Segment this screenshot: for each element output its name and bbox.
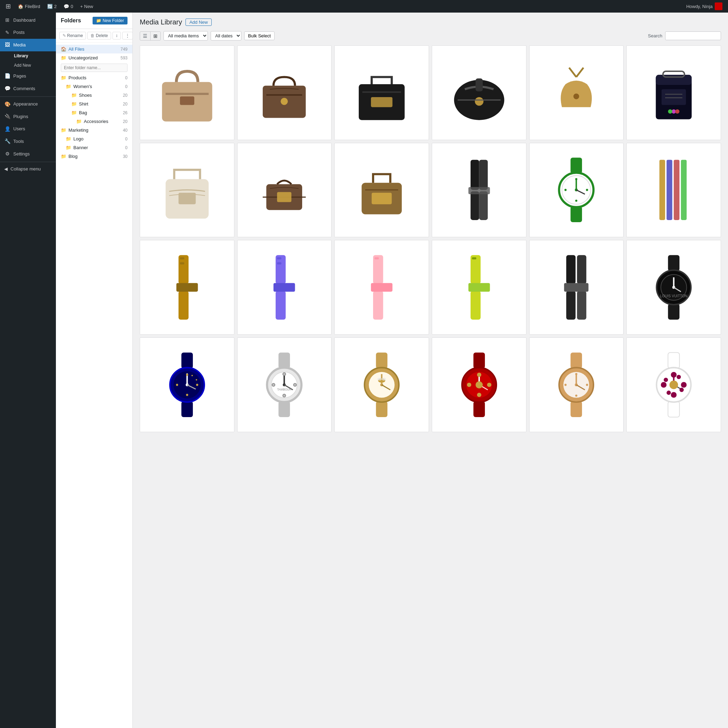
home-icon: 🏠 (18, 4, 23, 9)
sidebar: ⊞ Dashboard ✎ Posts 🖼 Media Library Add … (0, 12, 56, 728)
blog-icon: 📁 (61, 154, 66, 159)
site-name-label: FileBird (25, 4, 40, 9)
svg-point-5 (281, 98, 288, 105)
media-item-22[interactable] (432, 338, 526, 432)
strap-image-15 (346, 251, 418, 323)
media-item-21[interactable] (334, 338, 429, 432)
new-content-button[interactable]: + New (78, 0, 96, 12)
folder-item-shirt[interactable]: 📁 Shirt 20 (56, 99, 132, 108)
site-name-button[interactable]: 🏠 FileBird (15, 0, 43, 12)
rename-button[interactable]: ✎ Rename (60, 32, 86, 40)
media-item-18[interactable]: LOUIS VUITTON (626, 240, 721, 335)
sidebar-item-dashboard[interactable]: ⊞ Dashboard (0, 14, 56, 26)
media-item-12[interactable] (626, 143, 721, 237)
watch-image-21 (346, 349, 418, 421)
media-item-10[interactable] (432, 143, 526, 237)
sidebar-item-comments[interactable]: 💬 Comments (0, 83, 56, 95)
svg-rect-52 (681, 160, 687, 220)
svg-point-48 (564, 189, 567, 191)
add-new-button[interactable]: Add New (185, 18, 212, 26)
wp-logo-button[interactable]: ⊞ (3, 0, 14, 12)
new-folder-button[interactable]: 📁 New Folder (93, 17, 127, 24)
sidebar-item-settings[interactable]: ⚙ Settings (0, 148, 56, 161)
media-item-17[interactable] (529, 240, 624, 335)
media-item-4[interactable] (432, 46, 526, 140)
sidebar-item-plugins[interactable]: 🔌 Plugins (0, 110, 56, 123)
list-view-button[interactable]: ☰ (140, 32, 151, 40)
folder-name-input[interactable] (61, 64, 127, 72)
strap-image-13 (151, 251, 223, 323)
grid-view-button[interactable]: ⊞ (151, 32, 161, 40)
svg-rect-56 (180, 257, 184, 259)
sidebar-item-add-new[interactable]: Add New (10, 61, 56, 70)
svg-rect-142 (668, 352, 679, 368)
sidebar-label-users: Users (13, 126, 52, 132)
folder-item-marketing[interactable]: 📁 Marketing 40 (56, 126, 132, 135)
folder-item-uncategorized[interactable]: 📁 Uncategorized 593 (56, 54, 132, 62)
svg-rect-19 (662, 89, 686, 105)
media-item-1[interactable] (140, 46, 234, 140)
sort-button[interactable]: ↕ (113, 32, 121, 40)
tools-icon: 🔧 (4, 138, 11, 145)
media-item-9[interactable] (334, 143, 429, 237)
date-filter[interactable]: All dates (211, 31, 242, 41)
media-item-23[interactable] (529, 338, 624, 432)
folder-count-products: 0 (125, 75, 127, 80)
sidebar-item-posts[interactable]: ✎ Posts (0, 26, 56, 39)
folder-item-all-files[interactable]: 🏠 All Files 749 (56, 45, 132, 54)
svg-point-140 (575, 395, 577, 396)
media-item-11[interactable] (529, 143, 624, 237)
media-item-20[interactable]: TAMBOUR (237, 338, 332, 432)
media-item-8[interactable] (237, 143, 332, 237)
folder-item-products[interactable]: 📁 Products 0 (56, 73, 132, 82)
comments-button[interactable]: 💬 0 (61, 0, 76, 12)
media-item-6[interactable] (626, 46, 721, 140)
svg-rect-4 (266, 94, 303, 95)
rename-label: Rename (67, 33, 83, 38)
media-item-7[interactable] (140, 143, 234, 237)
sidebar-item-media[interactable]: 🖼 Media (0, 39, 56, 51)
media-item-15[interactable] (334, 240, 429, 335)
sidebar-item-users[interactable]: 👤 Users (0, 123, 56, 136)
svg-point-105 (294, 383, 297, 386)
media-item-19[interactable] (140, 338, 234, 432)
media-item-5[interactable] (529, 46, 624, 140)
folder-name-womens: Women's (73, 84, 125, 89)
svg-point-96 (196, 379, 197, 381)
svg-text:LOUIS VUITTON: LOUIS VUITTON (660, 294, 687, 298)
svg-rect-59 (275, 291, 286, 320)
folder-count-marketing: 40 (123, 128, 127, 133)
media-item-16[interactable] (432, 240, 526, 335)
svg-rect-119 (473, 352, 485, 368)
delete-button[interactable]: 🗑 Delete (87, 32, 111, 40)
media-item-2[interactable] (237, 46, 332, 140)
folder-item-womens[interactable]: 📁 Women's 0 (56, 82, 132, 91)
folders-header: Folders 📁 New Folder (56, 12, 132, 29)
bulk-select-button[interactable]: Bulk Select (244, 31, 275, 40)
search-input[interactable] (665, 31, 721, 40)
media-toolbar: ☰ ⊞ All media items All dates Bulk Selec… (140, 31, 721, 41)
media-item-13[interactable] (140, 240, 234, 335)
appearance-icon: 🎨 (4, 101, 11, 108)
media-item-14[interactable] (237, 240, 332, 335)
media-item-24[interactable] (626, 338, 721, 432)
folder-item-logo[interactable]: 📁 Logo 0 (56, 135, 132, 143)
folder-item-accessories[interactable]: 📁 Accessories 20 (56, 117, 132, 126)
folder-item-blog[interactable]: 📁 Blog 30 (56, 152, 132, 161)
sidebar-item-pages[interactable]: 📄 Pages (0, 70, 56, 83)
sidebar-item-library[interactable]: Library (10, 51, 56, 61)
svg-point-24 (675, 109, 679, 113)
svg-point-154 (679, 388, 684, 392)
more-options-button[interactable]: ⋮ (122, 32, 133, 40)
folder-item-shoes[interactable]: 📁 Shoes 20 (56, 91, 132, 99)
collapse-menu-button[interactable]: ◀ Collapse menu (0, 164, 56, 174)
media-type-filter[interactable]: All media items (164, 31, 208, 41)
folder-item-banner[interactable]: 📁 Banner 0 (56, 143, 132, 152)
folder-item-bag[interactable]: 📁 Bag 26 (56, 108, 132, 117)
sidebar-item-appearance[interactable]: 🎨 Appearance (0, 98, 56, 111)
sidebar-label-posts: Posts (13, 29, 52, 36)
updates-button[interactable]: 🔄 2 (44, 0, 60, 12)
svg-rect-39 (571, 206, 582, 222)
sidebar-item-tools[interactable]: 🔧 Tools (0, 135, 56, 148)
media-item-3[interactable] (334, 46, 429, 140)
